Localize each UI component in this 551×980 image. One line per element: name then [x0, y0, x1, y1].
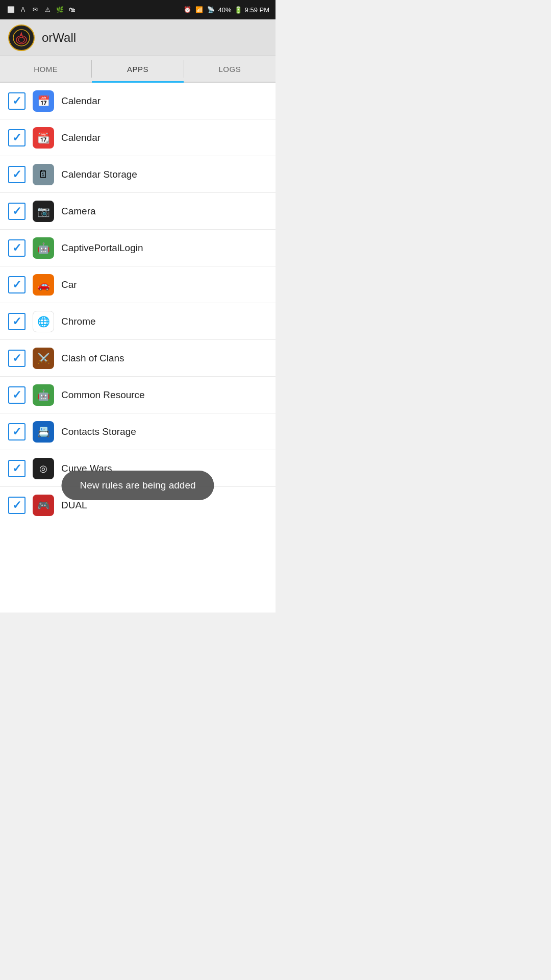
app-icon-chrome: 🌐 [33, 311, 54, 332]
checkbox-calendar1[interactable]: ✓ [8, 92, 26, 110]
app-icon-camera: 📷 [33, 201, 54, 222]
app-icon-calendar-storage: 🗓 [33, 164, 54, 185]
toast-notification: New rules are being added [61, 471, 214, 500]
mail-icon: ✉ [31, 5, 40, 14]
battery-icon: 🔋 [234, 6, 242, 14]
clock: 9:59 PM [245, 6, 269, 14]
app-icon-contacts: 📇 [33, 421, 54, 443]
app-icon-car: 🚗 [33, 274, 54, 296]
leaf-icon: 🌿 [55, 5, 64, 14]
checkbox-camera[interactable]: ✓ [8, 203, 26, 220]
checkbox-curve[interactable]: ✓ [8, 460, 26, 477]
tab-bar: HOME APPS LOGS [0, 56, 276, 83]
app-icon-calendar2: 📆 [33, 127, 54, 149]
status-bar-right: ⏰ 📶 📡 40% 🔋 9:59 PM [183, 5, 269, 14]
list-item[interactable]: ✓ 🤖 Common Resource [0, 377, 276, 413]
app-name-contacts: Contacts Storage [61, 426, 136, 437]
app-name-common: Common Resource [61, 389, 145, 401]
app-icon-common: 🤖 [33, 384, 54, 406]
list-item[interactable]: ✓ 📆 Calendar [0, 119, 276, 156]
app-name-captive: CaptivePortalLogin [61, 242, 143, 254]
app-icon-curve: ◎ [33, 458, 54, 479]
list-item[interactable]: ✓ ⚔️ Clash of Clans [0, 340, 276, 377]
warning-icon: ⚠ [43, 5, 52, 14]
list-item[interactable]: ✓ 📷 Camera [0, 193, 276, 230]
app-name-calendar-storage: Calendar Storage [61, 169, 137, 180]
status-bar-left: ⬜ A ✉ ⚠ 🌿 🛍 [6, 5, 77, 14]
alarm-icon: ⏰ [183, 5, 192, 14]
checkbox-coc[interactable]: ✓ [8, 350, 26, 367]
app-list: ✓ 📅 Calendar ✓ 📆 Calendar ✓ 🗓 Calendar S… [0, 83, 276, 612]
app-title: orWall [42, 31, 76, 45]
tablet-icon: ⬜ [6, 5, 15, 14]
checkbox-calendar-storage[interactable]: ✓ [8, 166, 26, 183]
checkbox-dual[interactable]: ✓ [8, 497, 26, 514]
app-name-calendar2: Calendar [61, 132, 101, 143]
list-item[interactable]: ✓ 🗓 Calendar Storage [0, 156, 276, 193]
list-item[interactable]: ✓ 📅 Calendar [0, 83, 276, 119]
app-name-car: Car [61, 279, 77, 290]
checkbox-common[interactable]: ✓ [8, 386, 26, 404]
app-name-chrome: Chrome [61, 316, 96, 327]
bag-icon: 🛍 [67, 5, 77, 14]
orwall-logo-svg [12, 29, 31, 47]
app-name-camera: Camera [61, 206, 96, 217]
checkbox-calendar2[interactable]: ✓ [8, 129, 26, 146]
app-icon-dual: 🎮 [33, 495, 54, 516]
app-name-calendar1: Calendar [61, 95, 101, 107]
signal-icon: 📡 [207, 5, 216, 14]
app-name-dual: DUAL [61, 500, 87, 511]
status-bar: ⬜ A ✉ ⚠ 🌿 🛍 ⏰ 📶 📡 40% 🔋 9:59 PM [0, 0, 276, 19]
list-item[interactable]: ✓ 📇 Contacts Storage [0, 413, 276, 450]
list-item[interactable]: ✓ 🚗 Car [0, 266, 276, 303]
app-icon-calendar1: 📅 [33, 90, 54, 112]
font-icon: A [18, 5, 28, 14]
wifi-icon: 📶 [195, 5, 204, 14]
battery-percent: 40% [218, 6, 232, 14]
app-name-coc: Clash of Clans [61, 353, 124, 364]
app-icon-captive: 🤖 [33, 237, 54, 259]
list-item[interactable]: ✓ 🤖 CaptivePortalLogin [0, 230, 276, 266]
tab-logs[interactable]: LOGS [184, 56, 276, 82]
main-content: ✓ 📅 Calendar ✓ 📆 Calendar ✓ 🗓 Calendar S… [0, 83, 276, 612]
checkbox-chrome[interactable]: ✓ [8, 313, 26, 330]
checkbox-captive[interactable]: ✓ [8, 239, 26, 257]
checkbox-contacts[interactable]: ✓ [8, 423, 26, 440]
tab-apps[interactable]: APPS [92, 56, 183, 82]
checkbox-car[interactable]: ✓ [8, 276, 26, 293]
app-logo [8, 24, 35, 51]
tab-home[interactable]: HOME [0, 56, 91, 82]
list-item[interactable]: ✓ 🌐 Chrome [0, 303, 276, 340]
app-icon-coc: ⚔️ [33, 348, 54, 369]
app-bar: orWall [0, 19, 276, 56]
